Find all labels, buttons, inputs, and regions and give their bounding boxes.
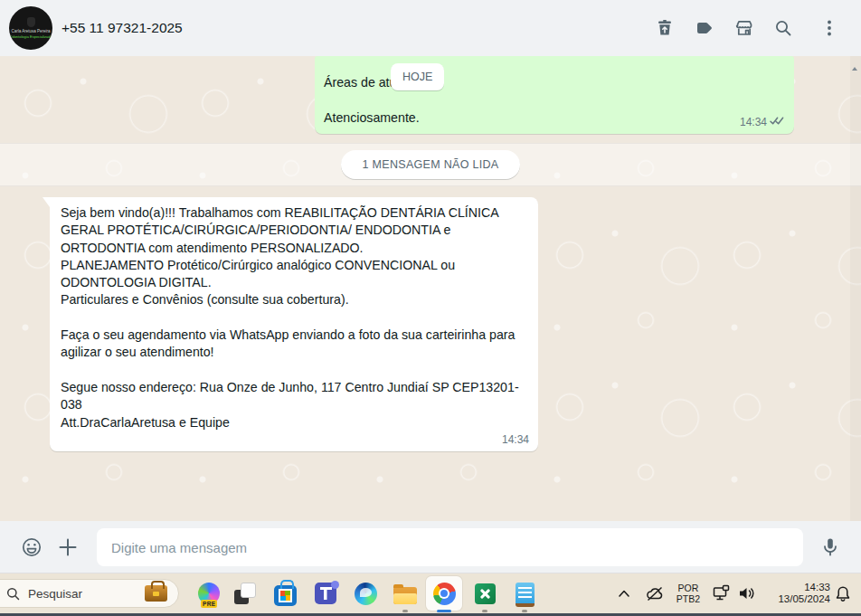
search-label: Pesquisar <box>28 587 145 601</box>
file-explorer-icon <box>393 587 417 604</box>
attach-plus-icon[interactable] <box>56 535 80 559</box>
avatar[interactable]: Carla Aretusa Pereira Odontologia Especi… <box>9 6 52 50</box>
taskbar-notepad-button[interactable] <box>506 576 543 611</box>
taskbar-edge-button[interactable] <box>347 576 383 611</box>
running-indicator <box>522 610 527 612</box>
taskbar-chrome-button[interactable] <box>426 576 462 611</box>
outgoing-message-bubble[interactable]: Áreas de atuação: Atenciosamente. 14:34 <box>315 56 794 134</box>
onedrive-paused-icon <box>645 584 665 602</box>
outgoing-message-time: 14:34 <box>740 116 767 128</box>
incoming-message-meta: 14:34 <box>502 433 529 446</box>
notepad-icon <box>516 583 535 605</box>
windows-taskbar: Pesquisar PRE <box>0 573 861 613</box>
bell-icon <box>834 584 852 603</box>
chat-header: Carla Aretusa Pereira Odontologia Especi… <box>0 0 861 56</box>
tray-volume[interactable] <box>734 573 760 613</box>
copilot-icon: PRE <box>198 583 220 604</box>
tray-language-switcher[interactable]: POR PTB2 <box>671 573 705 613</box>
running-indicator <box>402 610 408 612</box>
search-icon[interactable] <box>772 17 794 39</box>
unread-divider-band: 1 MENSAGEM NÃO LIDA <box>0 143 861 186</box>
tray-clock[interactable]: 14:33 13/05/2024 <box>762 573 830 613</box>
ms-store-icon <box>274 585 297 606</box>
search-icon <box>6 587 20 601</box>
briefcase-icon <box>145 585 167 602</box>
date-divider-pill: HOJE <box>391 63 444 90</box>
kebab-menu-icon[interactable] <box>818 17 840 39</box>
double-check-icon <box>770 116 785 128</box>
message-composer-bar <box>0 521 861 573</box>
mic-icon[interactable] <box>818 535 842 559</box>
incoming-message-bubble[interactable]: Seja bem vindo(a)!!! Trabalhamos com REA… <box>50 197 538 451</box>
taskbar-copilot-button[interactable]: PRE <box>191 576 227 611</box>
chrome-icon <box>433 583 456 605</box>
speaker-icon <box>737 584 757 602</box>
teams-icon <box>315 583 336 604</box>
copilot-pre-badge: PRE <box>201 600 217 608</box>
scrollbar[interactable] <box>850 56 861 521</box>
tray-chevron-up[interactable] <box>613 573 635 613</box>
incoming-message-text: Seja bem vindo(a)!!! Trabalhamos com REA… <box>61 204 527 431</box>
network-display-icon <box>712 584 732 602</box>
incoming-message-time: 14:34 <box>502 433 529 446</box>
tray-date: 13/05/2024 <box>762 593 830 606</box>
running-indicator <box>482 610 487 612</box>
language-code: POR <box>676 583 700 593</box>
tray-notifications[interactable] <box>830 573 856 613</box>
taskbar-store-button[interactable] <box>267 576 303 611</box>
avatar-text-line1: Carla Aretusa Pereira <box>11 29 50 33</box>
storefront-icon[interactable] <box>733 17 755 39</box>
label-icon[interactable] <box>694 17 715 39</box>
tray-onedrive-status[interactable] <box>642 573 667 613</box>
edge-icon <box>355 583 377 605</box>
avatar-text-line2: Odontologia Especializada <box>9 34 52 39</box>
scroll-up-arrow-icon[interactable] <box>851 60 858 67</box>
delete-icon[interactable] <box>654 17 676 39</box>
taskbar-search-box[interactable]: Pesquisar <box>0 579 179 608</box>
active-indicator <box>437 610 451 612</box>
outgoing-message-meta: 14:34 <box>740 116 785 128</box>
message-input[interactable] <box>97 528 803 566</box>
tray-time: 14:33 <box>762 582 830 594</box>
tray-network-display[interactable] <box>709 573 734 613</box>
whatsapp-desktop-window: { "header": { "phone_number": "+55 11 97… <box>0 0 861 616</box>
taskbar-teams-button[interactable] <box>308 576 344 611</box>
keyboard-layout: PTB2 <box>676 593 700 604</box>
task-view-icon <box>234 583 256 604</box>
taskbar-file-explorer-button[interactable] <box>387 576 423 611</box>
taskbar-task-view-button[interactable] <box>227 576 263 611</box>
contact-phone-title[interactable]: +55 11 97321-2025 <box>62 0 183 56</box>
unread-messages-banner: 1 MENSAGEM NÃO LIDA <box>341 150 521 179</box>
emoji-icon[interactable] <box>20 535 43 559</box>
taskbar-excel-button[interactable] <box>467 576 503 611</box>
excel-icon <box>475 583 496 604</box>
chat-message-area: Áreas de atuação: Atenciosamente. 14:34 … <box>0 56 861 521</box>
